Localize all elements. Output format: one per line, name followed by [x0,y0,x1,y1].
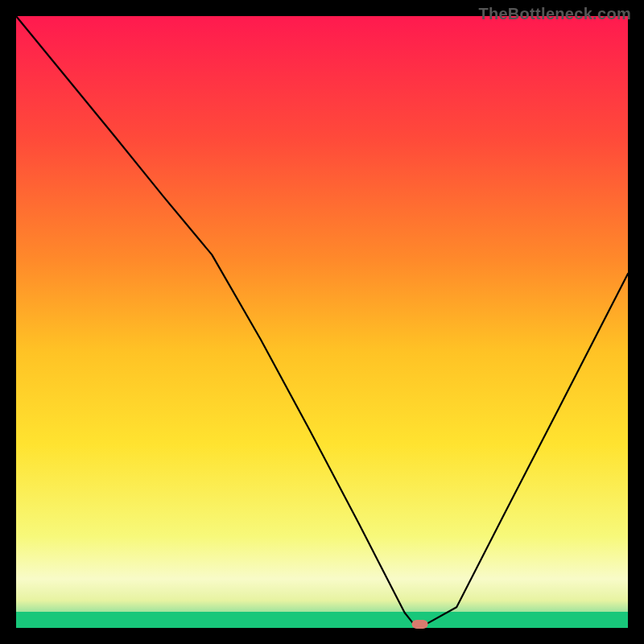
chart-svg [0,0,644,644]
watermark-text: TheBottleneck.com [478,5,631,23]
ideal-marker [412,620,428,629]
green-floor-strip [16,612,628,628]
plot-gradient-area [16,16,628,628]
chart-stage: TheBottleneck.com [0,0,644,644]
